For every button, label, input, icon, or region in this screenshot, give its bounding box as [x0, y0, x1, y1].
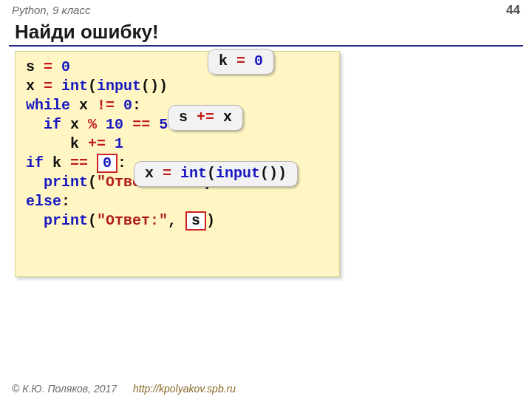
- patch-s: s: [185, 211, 206, 231]
- footer: © К.Ю. Поляков, 2017 http://kpolyakov.sp…: [12, 383, 236, 395]
- code-block: s = 0 x = int(input()) while x != 0: if …: [15, 51, 340, 277]
- code-line-2: x = int(input()): [26, 77, 329, 96]
- title-underline: [9, 45, 523, 47]
- copyright: © К.Ю. Поляков, 2017: [12, 383, 117, 395]
- bubble-s-plus-eq-x: s += x: [168, 105, 243, 131]
- patch-zero: 0: [97, 154, 117, 173]
- page-number: 44: [506, 3, 520, 18]
- code-line-9: print("Ответ:", s): [26, 211, 329, 231]
- code-line-8: else:: [26, 192, 329, 211]
- code-line-5: k += 1: [26, 134, 329, 154]
- course-label: Python, 9 класс: [12, 4, 90, 16]
- slide-title: Найди ошибку!: [0, 19, 532, 45]
- bubble-x-eq-int-input: x = int(input()): [134, 161, 298, 187]
- code-line-1: s = 0: [26, 58, 329, 77]
- footer-url: http://kpolyakov.spb.ru: [133, 383, 236, 395]
- header: Python, 9 класс 44: [0, 0, 532, 19]
- bubble-k-eq-0: k = 0: [208, 49, 274, 75]
